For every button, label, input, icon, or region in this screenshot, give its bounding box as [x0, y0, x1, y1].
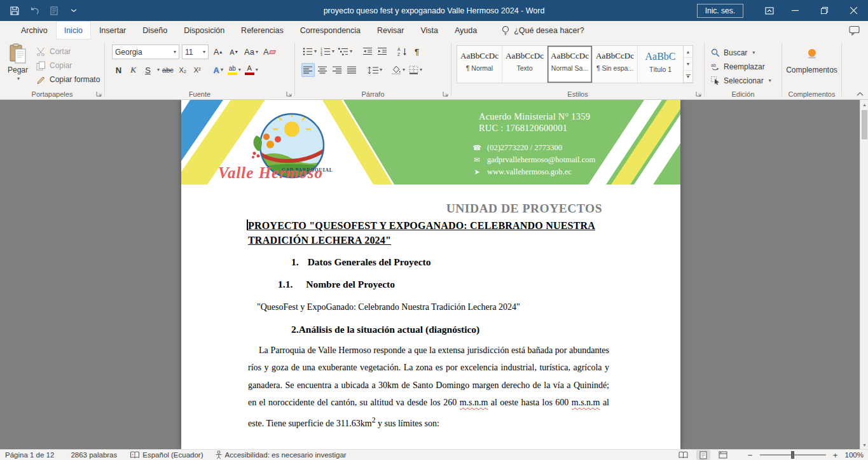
web-layout-button[interactable] — [716, 450, 730, 460]
italic-button[interactable]: K — [127, 63, 140, 77]
sign-in-button[interactable]: Inic. ses. — [697, 4, 743, 18]
body-paragraph[interactable]: La Parroquia de Valle Hermoso responde a… — [248, 342, 609, 432]
highlight-color-button[interactable]: ab▾ — [226, 63, 242, 77]
clipboard-dialog-launcher[interactable] — [95, 90, 102, 97]
heading-1[interactable]: 1.Datos Generales del Proyecto — [248, 256, 431, 268]
tab-referencias[interactable]: Referencias — [233, 21, 292, 39]
restore-button[interactable] — [809, 0, 839, 21]
scroll-up-button[interactable]: ▲ — [860, 100, 868, 109]
tab-diseno[interactable]: Diseño — [134, 21, 176, 39]
paragraph-dialog-launcher[interactable] — [442, 90, 449, 97]
proofing-status[interactable]: Español (Ecuador) — [130, 451, 203, 459]
superscript-button[interactable]: X² — [191, 63, 204, 77]
paste-button[interactable]: Pegar ▾ — [3, 43, 33, 95]
subscript-button[interactable]: X₂ — [176, 63, 189, 77]
grow-font-button[interactable]: A▴ — [211, 45, 224, 59]
bullets-button[interactable]: ▾ — [301, 45, 318, 59]
styles-scroll-strip: ▲ ▼ ▼ — [683, 46, 692, 83]
word-count[interactable]: 2863 palabras — [71, 451, 117, 459]
minimize-button[interactable] — [780, 0, 809, 21]
quick-access-toolbar-chevron[interactable] — [68, 5, 79, 17]
strikethrough-button[interactable]: abc — [161, 63, 175, 77]
increase-indent-button[interactable] — [375, 45, 389, 59]
style-card-normal-sa[interactable]: AaBbCcDc Normal Sa... — [548, 46, 593, 83]
style-card-texto[interactable]: AaBbCcDc Texto — [502, 46, 548, 83]
font-color-button[interactable]: A▾ — [244, 63, 259, 77]
tab-disposicion[interactable]: Disposición — [176, 21, 233, 39]
styles-scroll-up-button[interactable]: ▲ — [684, 46, 692, 58]
tab-ayuda[interactable]: Ayuda — [446, 21, 485, 39]
bold-button[interactable]: N — [112, 63, 125, 77]
line-spacing-button[interactable]: ▾ — [366, 63, 383, 77]
print-layout-button[interactable] — [696, 450, 710, 460]
zoom-in-button[interactable]: + — [832, 451, 839, 459]
zoom-slider[interactable] — [760, 454, 826, 456]
font-family-combo[interactable]: Georgia▾ — [112, 45, 179, 59]
project-name-line[interactable]: "QuesoFest y ExpoGanado: Celebrando Nues… — [257, 302, 520, 312]
show-marks-button[interactable]: ¶ — [410, 45, 424, 59]
read-mode-icon — [679, 451, 688, 459]
tab-revisar[interactable]: Revisar — [369, 21, 412, 39]
feedback-button[interactable] — [849, 21, 860, 39]
text-effects-button[interactable]: A▾ — [212, 63, 225, 77]
heading-2[interactable]: 2.Análisis de la situación actual (diagn… — [248, 324, 479, 335]
copy-button[interactable]: Copiar — [36, 59, 100, 73]
shading-button[interactable]: ▾ — [390, 63, 406, 77]
style-card-sin-espaciado[interactable]: AaBbCcDc ¶ Sin espa... — [593, 46, 638, 83]
zoom-out-button[interactable]: − — [747, 451, 754, 459]
ribbon-display-options-button[interactable] — [759, 0, 780, 21]
align-right-button[interactable] — [331, 63, 344, 77]
addins-button[interactable]: Complementos — [782, 47, 841, 74]
accessibility-status[interactable]: Accesibilidad: es necesario investigar — [215, 450, 347, 459]
select-button[interactable]: Seleccionar▾ — [711, 74, 771, 88]
justify-button[interactable] — [345, 63, 359, 77]
tab-inicio[interactable]: Inicio — [56, 21, 91, 39]
sort-button[interactable]: AZ — [396, 45, 409, 59]
redo-button[interactable] — [48, 5, 60, 17]
heading-1-1[interactable]: 1.1.Nombre del Proyecto — [248, 279, 395, 290]
multilevel-list-button[interactable]: ▾ — [337, 45, 354, 59]
document-page[interactable]: GAD PARROQUIAL Valle Hermoso Acuerdo Min… — [181, 100, 680, 449]
vertical-scrollbar[interactable]: ▲ ▼ — [860, 100, 868, 449]
page-count[interactable]: Página 1 de 12 — [5, 451, 54, 459]
borders-button[interactable]: ▾ — [408, 63, 424, 77]
scroll-down-button[interactable]: ▼ — [860, 440, 868, 449]
clear-formatting-button[interactable]: A — [262, 45, 277, 59]
numbering-button[interactable]: 123▾ — [319, 45, 336, 59]
chevron-down-icon[interactable]: ▾ — [157, 67, 160, 73]
style-card-normal[interactable]: AaBbCcDc ¶ Normal — [457, 46, 502, 83]
select-label: Seleccionar — [724, 76, 764, 85]
zoom-level[interactable]: 100% — [845, 451, 864, 459]
underline-button[interactable]: S — [141, 63, 155, 77]
align-left-button[interactable] — [301, 63, 315, 77]
replace-button[interactable]: ab Reemplazar — [711, 60, 771, 74]
collapse-ribbon-button[interactable] — [855, 90, 865, 97]
scrollbar-thumb[interactable] — [862, 110, 867, 139]
save-button[interactable] — [9, 5, 20, 17]
zoom-slider-thumb[interactable] — [791, 451, 794, 459]
close-button[interactable] — [839, 0, 868, 21]
read-mode-button[interactable] — [677, 450, 691, 460]
find-button[interactable]: Buscar▾ — [711, 46, 771, 60]
styles-dialog-launcher[interactable] — [695, 90, 702, 97]
styles-scroll-down-button[interactable]: ▼ — [684, 58, 692, 70]
style-card-titulo-1[interactable]: AaBbC Título 1 — [638, 46, 683, 83]
tab-vista[interactable]: Vista — [412, 21, 446, 39]
change-case-button[interactable]: Aa▾ — [243, 45, 259, 59]
align-center-button[interactable] — [316, 63, 329, 77]
format-painter-button[interactable]: Copiar formato — [36, 73, 100, 87]
document-title[interactable]: PROYECTO "QUESOFEST Y EXPOGANADO: CELEBR… — [248, 218, 612, 247]
tab-insertar[interactable]: Insertar — [91, 21, 134, 39]
decrease-indent-button[interactable] — [361, 45, 374, 59]
unit-heading[interactable]: UNIDAD DE PROYECTOS — [446, 202, 602, 216]
find-label: Buscar — [724, 48, 747, 57]
tab-correspondencia[interactable]: Correspondencia — [292, 21, 369, 39]
tab-archivo[interactable]: Archivo — [13, 21, 56, 39]
font-size-combo[interactable]: 11▾ — [182, 45, 209, 59]
font-dialog-launcher[interactable] — [286, 90, 293, 97]
cut-button[interactable]: Cortar — [36, 45, 100, 59]
shrink-font-button[interactable]: A▾ — [227, 45, 240, 59]
styles-more-button[interactable]: ▼ — [684, 71, 692, 83]
undo-button[interactable] — [29, 5, 40, 17]
tell-me-box[interactable]: ¿Qué desea hacer? — [502, 21, 584, 39]
